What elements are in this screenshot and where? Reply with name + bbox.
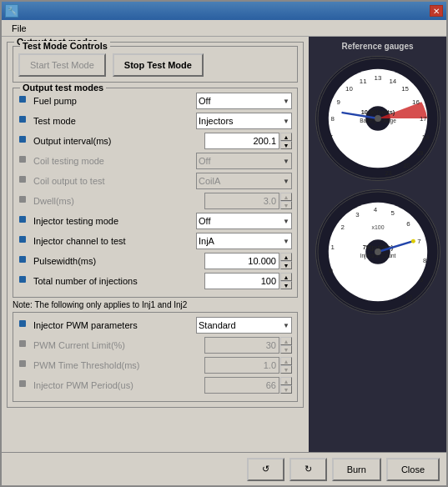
coil-testing-mode-label: Coil testing mode xyxy=(33,156,196,166)
pulsewidth-input[interactable] xyxy=(204,253,279,269)
injector-channel-dropdown[interactable]: InjA ▼ xyxy=(196,233,292,249)
svg-text:10: 10 xyxy=(345,85,353,93)
field-row-coil-testing-mode: Coil testing mode Off ▼ xyxy=(18,152,292,170)
total-injections-down[interactable]: ▼ xyxy=(280,281,292,289)
note-text: Note: The following only applies to Inj1… xyxy=(13,300,298,309)
dwell-icon xyxy=(18,195,30,207)
test-mode-controls-group: Test Mode Controls Start Test Mode Stop … xyxy=(13,46,298,83)
field-row-injector-pwm: Injector PWM parameters Standard ▼ xyxy=(18,316,292,334)
svg-text:11: 11 xyxy=(359,78,366,85)
stop-test-mode-button[interactable]: Stop Test Mode xyxy=(113,53,204,77)
svg-rect-6 xyxy=(19,216,26,223)
field-row-test-mode: Test mode Injectors ▼ xyxy=(18,112,292,130)
injector-testing-mode-dropdown[interactable]: Off ▼ xyxy=(196,213,292,229)
pwm-current-limit-down: ▼ xyxy=(280,345,292,354)
fuel-pump-label: Fuel pump xyxy=(33,96,196,106)
coil-testing-mode-arrow: ▼ xyxy=(283,158,289,165)
undo-button[interactable]: ↺ xyxy=(247,458,284,481)
svg-rect-0 xyxy=(19,96,26,103)
coil-testing-mode-icon xyxy=(18,155,30,167)
output-interval-label: Output interval(ms) xyxy=(33,136,204,146)
field-row-pwm-current-limit: PWM Current Limit(%) ▲ ▼ xyxy=(18,336,292,354)
field-row-coil-output: Coil output to test CoilA ▼ xyxy=(18,172,292,190)
injector-pwm-icon xyxy=(18,319,30,331)
total-injections-icon xyxy=(18,275,30,287)
svg-text:8: 8 xyxy=(330,115,335,123)
test-mode-dropdown[interactable]: Injectors ▼ xyxy=(196,113,292,129)
main-window: 🔧 ✕ File Output test modes Test Mode Con… xyxy=(0,0,448,487)
injector-pwm-dropdown[interactable]: Standard ▼ xyxy=(196,317,292,334)
injector-pwm-period-control: ▲ ▼ xyxy=(204,377,292,394)
test-mode-control: Injectors ▼ xyxy=(196,113,292,129)
dwell-input xyxy=(204,193,279,209)
right-panel: Reference gauges 7 8 xyxy=(309,37,446,452)
pwm-time-threshold-down: ▼ xyxy=(280,365,292,374)
svg-rect-5 xyxy=(19,196,26,203)
svg-rect-13 xyxy=(19,380,26,387)
injector-pwm-period-icon xyxy=(18,379,30,391)
svg-rect-11 xyxy=(19,340,26,347)
pulsewidth-down[interactable]: ▼ xyxy=(280,261,292,269)
redo-button[interactable]: ↻ xyxy=(289,458,327,481)
title-bar: 🔧 ✕ xyxy=(2,2,446,20)
output-interval-up[interactable]: ▲ xyxy=(280,133,292,141)
svg-text:10: 10 xyxy=(405,294,412,301)
svg-text:19: 19 xyxy=(415,149,423,157)
injector-pwm-period-up: ▲ xyxy=(280,377,292,385)
field-row-injector-testing-mode: Injector testing mode Off ▼ xyxy=(18,212,292,230)
pwm-time-threshold-input xyxy=(204,357,279,374)
main-content: Output test modes Test Mode Controls Sta… xyxy=(2,37,446,452)
burn-button[interactable]: Burn xyxy=(332,458,381,481)
inner-group-title: Output test modes xyxy=(20,83,106,93)
close-button[interactable]: Close xyxy=(386,458,440,481)
svg-rect-8 xyxy=(19,256,26,263)
output-interval-down[interactable]: ▼ xyxy=(280,141,292,149)
ref-gauges-label: Reference gauges xyxy=(312,40,443,53)
output-interval-input[interactable] xyxy=(204,133,279,149)
svg-rect-12 xyxy=(19,360,26,367)
svg-point-54 xyxy=(375,249,381,255)
total-injections-up[interactable]: ▲ xyxy=(280,273,292,281)
svg-text:6: 6 xyxy=(406,220,410,228)
dwell-up: ▲ xyxy=(280,193,292,201)
test-mode-controls-title: Test Mode Controls xyxy=(20,41,110,51)
menu-file[interactable]: File xyxy=(5,22,33,35)
svg-text:7: 7 xyxy=(329,133,332,141)
fuel-pump-dropdown[interactable]: Off ▼ xyxy=(196,93,292,109)
test-mode-icon xyxy=(18,115,30,127)
svg-text:13: 13 xyxy=(374,74,381,82)
field-row-fuel-pump: Fuel pump Off ▼ xyxy=(18,92,292,110)
svg-text:1: 1 xyxy=(330,243,334,251)
total-injections-control: ▲ ▼ xyxy=(204,273,292,289)
pwm-current-limit-up: ▲ xyxy=(280,337,292,345)
menu-bar: File xyxy=(2,20,446,37)
injector-pwm-label: Injector PWM parameters xyxy=(33,320,196,330)
svg-text:14: 14 xyxy=(389,78,396,85)
pwm-time-threshold-icon xyxy=(18,359,30,371)
pwm-time-threshold-control: ▲ ▼ xyxy=(204,357,292,374)
svg-point-34 xyxy=(375,115,381,122)
gauge2-wrapper: 0 1 2 3 4 5 6 7 8 9 10 x100 79 xyxy=(312,189,443,314)
field-row-pwm-time-threshold: PWM Time Threshold(ms) ▲ ▼ xyxy=(18,356,292,374)
output-interval-spinners: ▲ ▼ xyxy=(280,133,292,149)
svg-text:16: 16 xyxy=(412,98,420,106)
svg-text:0: 0 xyxy=(329,267,333,274)
app-icon: 🔧 xyxy=(5,4,18,18)
gauge1-svg: 7 8 9 10 11 13 14 15 16 17 18 19 20 21 xyxy=(316,57,440,180)
dwell-down: ▼ xyxy=(280,201,292,209)
test-mode-label: Test mode xyxy=(33,116,196,126)
output-interval-control: ▲ ▼ xyxy=(204,133,292,149)
svg-text:10.90(volts): 10.90(volts) xyxy=(360,108,395,116)
svg-text:15: 15 xyxy=(401,85,409,93)
pwm-time-threshold-label: PWM Time Threshold(ms) xyxy=(33,360,204,370)
start-test-mode-button[interactable]: Start Test Mode xyxy=(18,53,106,77)
coil-testing-mode-dropdown: Off ▼ xyxy=(196,153,292,169)
pulsewidth-up[interactable]: ▲ xyxy=(280,253,292,261)
field-row-total-injections: Total number of injections ▲ ▼ xyxy=(18,272,292,290)
pwm-group: Injector PWM parameters Standard ▼ xyxy=(13,312,298,402)
close-icon[interactable]: ✕ xyxy=(430,5,443,17)
field-row-injector-pwm-period: Injector PWM Period(us) ▲ ▼ xyxy=(18,376,292,394)
injector-channel-label: Injector channel to test xyxy=(33,236,196,246)
pulsewidth-icon xyxy=(18,255,30,267)
total-injections-input[interactable] xyxy=(204,273,279,289)
